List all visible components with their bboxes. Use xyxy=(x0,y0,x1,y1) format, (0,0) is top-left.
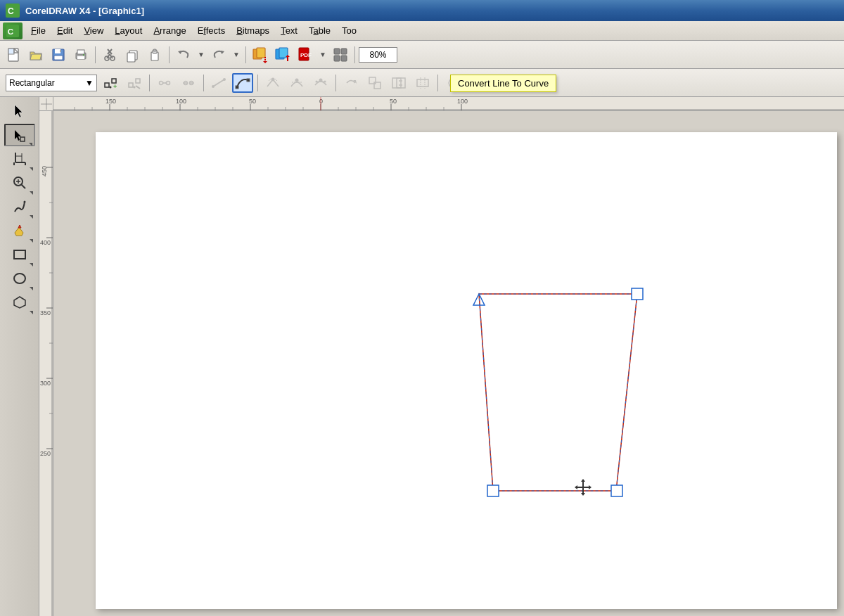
extract-button[interactable] xyxy=(364,73,385,93)
smart-fill-tool[interactable] xyxy=(4,219,35,242)
rectangle-tool[interactable] xyxy=(4,243,35,266)
svg-rect-25 xyxy=(153,49,156,51)
menu-bitmaps[interactable]: Bitmaps xyxy=(231,24,275,37)
svg-point-62 xyxy=(236,86,238,89)
svg-marker-152 xyxy=(581,479,585,482)
separator-3 xyxy=(245,46,246,63)
add-node-button[interactable]: + xyxy=(100,73,121,93)
separator-4 xyxy=(354,46,355,63)
publish-dropdown[interactable]: ▼ xyxy=(317,45,328,65)
redo-button[interactable] xyxy=(208,45,229,65)
tooltip: Convert Line To Curve xyxy=(450,75,556,92)
svg-rect-12 xyxy=(77,50,84,54)
app-launcher-button[interactable] xyxy=(330,45,351,65)
prop-sep-2 xyxy=(203,75,204,91)
print-button[interactable] xyxy=(70,45,91,65)
page-canvas xyxy=(96,132,837,609)
undo-dropdown[interactable]: ▼ xyxy=(196,45,207,65)
svg-rect-38 xyxy=(334,49,340,54)
svg-marker-31 xyxy=(263,61,267,63)
svg-line-95 xyxy=(21,185,25,189)
menu-arrange[interactable]: Arrange xyxy=(148,24,191,37)
menu-logo: C xyxy=(3,23,23,39)
svg-marker-26 xyxy=(178,51,181,54)
svg-point-44 xyxy=(110,86,112,88)
menu-view[interactable]: View xyxy=(78,24,109,37)
svg-marker-155 xyxy=(589,485,592,489)
node-top-right[interactable] xyxy=(632,288,643,300)
polygon-tool[interactable] xyxy=(4,291,35,314)
menu-text[interactable]: Text xyxy=(275,24,303,37)
copy-button[interactable] xyxy=(122,45,143,65)
svg-text:50: 50 xyxy=(390,98,397,105)
curve-segment-button[interactable] xyxy=(232,73,253,93)
freehand-tool[interactable] xyxy=(4,195,35,218)
selection-tool[interactable] xyxy=(4,100,35,122)
menu-layout[interactable]: Layout xyxy=(109,24,148,37)
import-button[interactable] xyxy=(250,45,271,65)
svg-point-69 xyxy=(295,78,299,82)
redo-dropdown[interactable]: ▼ xyxy=(231,45,242,65)
zoom-tool[interactable] xyxy=(4,172,35,194)
ellipse-tool[interactable] xyxy=(4,267,35,290)
svg-rect-40 xyxy=(334,56,340,61)
new-button[interactable] xyxy=(3,45,24,65)
svg-text:250: 250 xyxy=(40,450,51,457)
smooth-node-button[interactable] xyxy=(286,73,307,93)
curve-type-select[interactable]: Rectangular ▼ xyxy=(6,75,97,91)
extend-button[interactable] xyxy=(388,73,409,93)
break-nodes-button[interactable] xyxy=(178,73,199,93)
svg-rect-41 xyxy=(341,56,347,61)
svg-text:150: 150 xyxy=(106,98,116,105)
svg-rect-9 xyxy=(54,56,63,60)
cut-button[interactable] xyxy=(99,45,120,65)
menu-table[interactable]: Table xyxy=(303,24,336,37)
join-nodes-button[interactable] xyxy=(154,73,175,93)
svg-rect-5 xyxy=(8,49,14,54)
line-segment-button[interactable] xyxy=(208,73,229,93)
menu-bar: C File Edit View Layout Arrange Effects … xyxy=(0,21,844,41)
svg-line-67 xyxy=(269,79,271,81)
node-bottom-left[interactable] xyxy=(487,485,499,496)
drawing-canvas[interactable] xyxy=(96,132,837,609)
paste-button[interactable] xyxy=(144,45,165,65)
svg-marker-54 xyxy=(165,82,167,84)
undo-button[interactable] xyxy=(173,45,194,65)
svg-rect-87 xyxy=(20,137,25,141)
menu-effects[interactable]: Effects xyxy=(192,24,231,37)
svg-point-63 xyxy=(247,79,250,82)
svg-text:300: 300 xyxy=(40,380,51,387)
prop-sep-4 xyxy=(335,75,336,91)
export-button[interactable] xyxy=(272,45,293,65)
svg-marker-154 xyxy=(575,485,577,489)
svg-line-68 xyxy=(275,79,277,81)
svg-point-61 xyxy=(223,78,226,81)
menu-file[interactable]: File xyxy=(25,24,51,37)
symmetrical-node-button[interactable] xyxy=(310,73,331,93)
separator-1 xyxy=(95,46,96,63)
open-button[interactable] xyxy=(25,45,46,65)
shape-red-outline xyxy=(479,294,637,491)
svg-point-98 xyxy=(23,201,25,203)
svg-text:350: 350 xyxy=(40,309,51,316)
stretch-button[interactable] xyxy=(412,73,433,93)
svg-text:PDF: PDF xyxy=(300,52,312,58)
svg-point-14 xyxy=(83,54,84,56)
save-button[interactable] xyxy=(48,45,69,65)
svg-rect-42 xyxy=(105,83,109,87)
delete-node-button[interactable] xyxy=(124,73,145,93)
reverse-button[interactable] xyxy=(340,73,362,93)
cusp-node-button[interactable] xyxy=(262,73,283,93)
menu-edit[interactable]: Edit xyxy=(51,24,78,37)
crop-tool[interactable] xyxy=(4,148,35,170)
svg-marker-85 xyxy=(15,105,23,117)
svg-rect-8 xyxy=(55,49,60,53)
node-bottom-right[interactable] xyxy=(611,485,622,496)
svg-rect-46 xyxy=(129,83,133,87)
node-edit-tool[interactable] xyxy=(4,124,35,146)
publish-button[interactable]: PDF xyxy=(295,45,316,65)
ruler-corner xyxy=(39,97,53,111)
svg-point-74 xyxy=(324,80,326,82)
menu-tools[interactable]: Too xyxy=(336,24,362,37)
svg-point-60 xyxy=(212,85,215,88)
